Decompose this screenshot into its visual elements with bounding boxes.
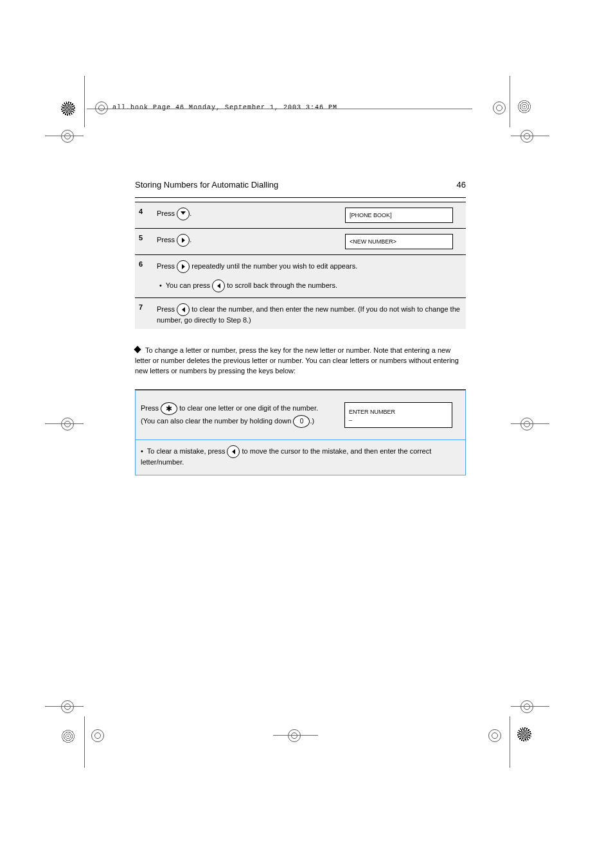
diamond-bullet-icon <box>134 346 141 353</box>
crop-register-icon <box>520 130 533 143</box>
crop-register-icon <box>493 102 506 114</box>
display-readout: <NEW NUMBER> <box>345 234 453 249</box>
crop-register-icon <box>488 729 501 742</box>
right-arrow-key-icon <box>177 234 190 247</box>
crop-register-icon <box>61 130 74 143</box>
steps-table-1: 4 Press . [PHONE BOOK] 5 Press <box>135 202 466 329</box>
section-title: Storing Numbers for Automatic Dialling <box>135 180 278 190</box>
left-arrow-key-icon <box>227 445 240 458</box>
step-sub-text: You can press <box>166 281 212 289</box>
step-row-4: 4 Press . [PHONE BOOK] <box>135 202 466 229</box>
display-readout: [PHONE BOOK] <box>345 208 453 223</box>
clear-instruction-row: Press ✱ to clear one letter or one digit… <box>135 389 466 475</box>
step-number: 7 <box>135 298 153 330</box>
steps-table-2: Press ✱ to clear one letter or one digit… <box>135 389 466 475</box>
step-text: repeatedly until the number you wish to … <box>191 262 357 270</box>
crop-mark <box>45 136 84 136</box>
crop-mark <box>510 76 510 127</box>
step-row-5: 5 Press . <NEW NUMBER> <box>135 229 466 255</box>
crop-mark <box>45 706 84 707</box>
crop-ornament <box>517 100 531 114</box>
step-text: Press <box>157 305 177 313</box>
crop-mark <box>511 423 549 424</box>
left-arrow-key-icon <box>177 303 190 316</box>
step-number: 4 <box>135 202 153 229</box>
step-text: . <box>190 236 191 244</box>
crop-ornament <box>61 729 75 743</box>
crop-mark <box>510 716 510 768</box>
crop-mark <box>511 706 549 707</box>
step-text: . <box>190 209 191 217</box>
step-row-6: 6 Press repeatedly until the number you … <box>135 255 466 298</box>
step-row-7: 7 Press to clear the number, and then en… <box>135 298 466 330</box>
crop-mark <box>273 735 318 736</box>
running-header: all.book Page 46 Monday, September 1, 20… <box>112 104 337 111</box>
crop-mark <box>84 716 85 768</box>
step-text: to clear the number, and then enter the … <box>157 305 460 324</box>
crop-register-icon <box>61 418 74 430</box>
step-text: Press <box>157 236 177 244</box>
crop-mark <box>87 109 472 109</box>
step-text: Press <box>141 404 161 412</box>
zero-key-icon: 0 <box>293 415 310 428</box>
star-key-icon: ✱ <box>161 402 177 415</box>
crop-ornament <box>61 102 75 116</box>
down-arrow-key-icon <box>177 208 190 220</box>
crop-register-icon <box>61 700 74 713</box>
crop-register-icon <box>95 102 108 114</box>
step-sub-text: to scroll back through the numbers. <box>227 281 337 289</box>
crop-ornament <box>517 727 531 741</box>
step-text: .) <box>310 417 314 425</box>
crop-register-icon <box>288 729 301 742</box>
step-number: 5 <box>135 229 153 255</box>
page-number: 46 <box>457 180 466 190</box>
step-text: Press <box>157 209 177 217</box>
crop-mark <box>511 136 549 136</box>
crop-mark <box>84 76 85 127</box>
crop-register-icon <box>520 700 533 713</box>
display-readout: ENTER NUMBER _ <box>344 402 452 428</box>
step-number: 6 <box>135 255 153 298</box>
crop-register-icon <box>520 418 533 430</box>
step-sub-text: To clear a mistake, press <box>147 447 227 455</box>
crop-mark <box>45 423 84 424</box>
step-text: Press <box>157 262 177 270</box>
right-arrow-key-icon <box>177 260 190 273</box>
crop-register-icon <box>91 729 104 742</box>
body-paragraph: To change a letter or number, press the … <box>135 346 466 376</box>
left-arrow-key-icon <box>212 279 225 292</box>
